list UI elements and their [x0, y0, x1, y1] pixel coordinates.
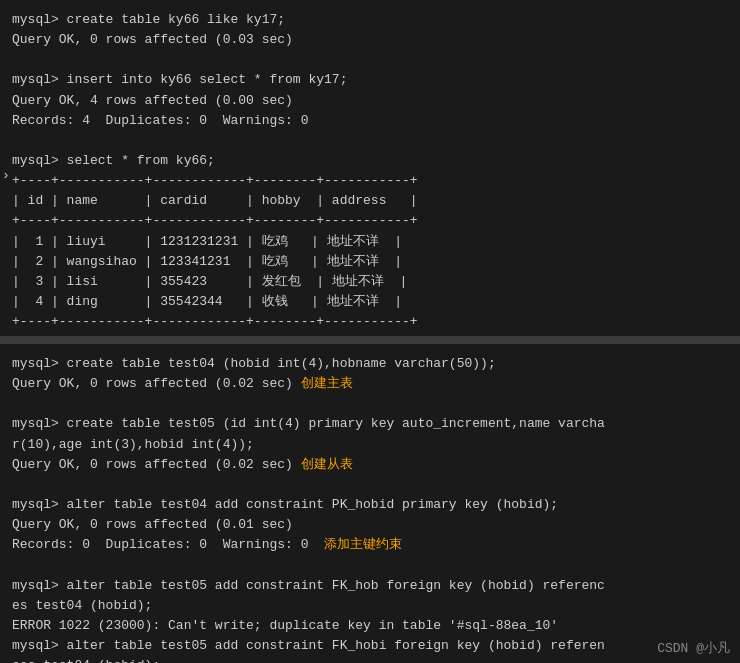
line-8: mysql> select * from ky66;	[12, 151, 728, 171]
b-line-4: mysql> create table test05 (id int(4) pr…	[12, 414, 728, 434]
top-terminal: › mysql> create table ky66 like ky17; Qu…	[0, 0, 740, 340]
b-line-3	[12, 394, 728, 414]
b-line-10: Records: 0 Duplicates: 0 Warnings: 0 添加主…	[12, 535, 728, 555]
line-6: Records: 4 Duplicates: 0 Warnings: 0	[12, 111, 728, 131]
line-3	[12, 50, 728, 70]
table-header: | id | name | cardid | hobby | address |	[12, 191, 728, 211]
b-line-7	[12, 475, 728, 495]
annot-add-pk: 添加主键约束	[324, 537, 402, 552]
annot-create-main: 创建主表	[301, 376, 353, 391]
table-border-bottom: +----+-----------+------------+--------+…	[12, 312, 728, 332]
bottom-terminal: mysql> create table test04 (hobid int(4)…	[0, 344, 740, 663]
b-line-16: ces test04 (hobid);	[12, 656, 728, 663]
table-border-mid: +----+-----------+------------+--------+…	[12, 211, 728, 231]
table-border-top: +----+-----------+------------+--------+…	[12, 171, 728, 191]
b-line-2: Query OK, 0 rows affected (0.02 sec) 创建主…	[12, 374, 728, 394]
annot-create-slave: 创建从表	[301, 457, 353, 472]
b-line-8: mysql> alter table test04 add constraint…	[12, 495, 728, 515]
line-7	[12, 131, 728, 151]
b-line-15: mysql> alter table test05 add constraint…	[12, 636, 728, 656]
b-line-13: es test04 (hobid);	[12, 596, 728, 616]
b-line-12: mysql> alter table test05 add constraint…	[12, 576, 728, 596]
scroll-arrow: ›	[2, 168, 10, 183]
table-row-1: | 1 | liuyi | 1231231231 | 吃鸡 | 地址不详 |	[12, 232, 728, 252]
line-5: Query OK, 4 rows affected (0.00 sec)	[12, 91, 728, 111]
table-row-4: | 4 | ding | 35542344 | 收钱 | 地址不详 |	[12, 292, 728, 312]
b-line-11	[12, 555, 728, 575]
b-line-9: Query OK, 0 rows affected (0.01 sec)	[12, 515, 728, 535]
line-2: Query OK, 0 rows affected (0.03 sec)	[12, 30, 728, 50]
b-line-5: r(10),age int(3),hobid int(4));	[12, 435, 728, 455]
watermark: CSDN @小凡	[657, 639, 730, 657]
b-line-14: ERROR 1022 (23000): Can't write; duplica…	[12, 616, 728, 636]
b-line-1: mysql> create table test04 (hobid int(4)…	[12, 354, 728, 374]
line-4: mysql> insert into ky66 select * from ky…	[12, 70, 728, 90]
b-line-6: Query OK, 0 rows affected (0.02 sec) 创建从…	[12, 455, 728, 475]
table-row-3: | 3 | lisi | 355423 | 发红包 | 地址不详 |	[12, 272, 728, 292]
line-1: mysql> create table ky66 like ky17;	[12, 10, 728, 30]
table-row-2: | 2 | wangsihao | 123341231 | 吃鸡 | 地址不详 …	[12, 252, 728, 272]
